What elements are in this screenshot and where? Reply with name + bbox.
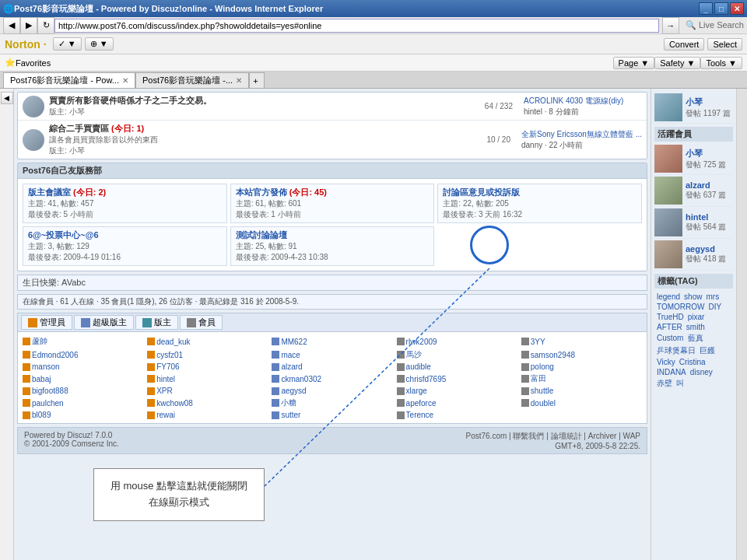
sidebar-member-name-1[interactable]: alzard [686, 180, 726, 190]
safety-button[interactable]: Safety ▼ [654, 57, 700, 69]
tag-diy[interactable]: DIY [709, 303, 722, 311]
member-name[interactable]: aegysd [281, 387, 306, 395]
member-name[interactable]: MM622 [281, 338, 307, 346]
nav-prev-button[interactable]: ◀ [1, 92, 13, 104]
tag-giant[interactable]: 巨鑊 [700, 345, 715, 356]
tag-after[interactable]: AFTER [657, 323, 682, 331]
member-name[interactable]: bl089 [32, 411, 51, 419]
new-tab-button[interactable]: + [249, 72, 265, 88]
select-button[interactable]: Select [707, 38, 742, 51]
maximize-button[interactable]: □ [714, 2, 728, 15]
tag-blue[interactable]: 藍真 [688, 333, 703, 344]
member-name[interactable]: cysfz01 [156, 351, 183, 359]
member-name[interactable]: xlarge [406, 387, 427, 395]
member-name[interactable]: mace [281, 351, 300, 359]
sub-forum-meta-4: 主題: 25, 帖數: 91 [236, 241, 430, 252]
member-name[interactable]: rewai [156, 411, 175, 419]
list-item: dead_kuk [146, 335, 269, 348]
member-name[interactable]: paulchen [32, 399, 64, 408]
sidebar-member-3: aegysd 發帖 418 篇 [654, 239, 733, 271]
tab-0-close[interactable]: ✕ [122, 76, 128, 85]
list-item: apeforce [395, 397, 519, 409]
latest-post-title-0: ACROLINK 4030 電源線(diy) [524, 96, 642, 107]
tag-tomorrow[interactable]: TOMORROW [657, 303, 704, 311]
member-name[interactable]: dead_kuk [156, 338, 190, 346]
member-name[interactable]: 3YY [531, 338, 545, 346]
tag-pixar[interactable]: pixar [688, 313, 705, 321]
tag-pball[interactable]: 乒球煲幕日 [657, 345, 696, 356]
norton-btn2[interactable]: ⊕ ▼ [85, 37, 114, 51]
member-name[interactable]: chrisfd7695 [406, 375, 447, 383]
tag-indana[interactable]: INDANA [657, 368, 686, 376]
tag-custom[interactable]: Custom [657, 334, 683, 342]
sub-forum-2: 討論區意見或投訴版 主題: 22, 帖數: 205 最後發表: 3 天前 16:… [437, 184, 642, 223]
tag-truehd[interactable]: TrueHD [657, 313, 684, 321]
member-name[interactable]: samson2948 [531, 351, 575, 359]
member-name[interactable]: apeforce [406, 399, 437, 408]
member-name[interactable]: 小糖 [281, 397, 296, 408]
tab-1-close[interactable]: ✕ [236, 76, 242, 85]
member-name[interactable]: sutter [281, 411, 300, 419]
list-item: FY706 [146, 362, 269, 372]
tag-cloud: legend show mrs TOMORROW DIY TrueHD pixa… [654, 290, 733, 391]
sidebar-member-name-2[interactable]: hintel [686, 212, 726, 222]
forum-section-buynsell: 買賣所有影音硬件唔係才子之二手之交易。 版主: 小琴 64 / 232 ACRO… [17, 92, 647, 159]
tag-redwall[interactable]: 赤壁 [657, 378, 672, 389]
minimize-button[interactable]: _ [699, 2, 713, 15]
tag-legend[interactable]: legend [657, 292, 680, 301]
member-icon [187, 318, 196, 327]
member-name[interactable]: polong [531, 362, 554, 371]
member-name[interactable]: alzard [281, 362, 302, 371]
page-button[interactable]: Page ▼ [613, 57, 655, 69]
convert-button[interactable]: Convert [664, 38, 705, 51]
smod-icon [81, 318, 90, 327]
member-name[interactable]: manson [32, 362, 60, 371]
forum-section-selfservice: Post76自己友版務部 版主會議室 (今日: 2) 主題: 41, 帖數: 4… [17, 163, 647, 271]
top-member-name[interactable]: 小琴 [686, 96, 731, 108]
tag-cristina[interactable]: Cristina [679, 358, 706, 366]
member-dot [147, 351, 155, 359]
tag-vicky[interactable]: Vicky [657, 358, 675, 366]
member-tab-admin[interactable]: 管理員 [21, 315, 72, 330]
member-name[interactable]: rlwk2009 [406, 338, 437, 346]
tab-0[interactable]: Post76影音玩樂論壇 - Pow... ✕ [3, 72, 135, 88]
vertical-scrollbar[interactable] [736, 89, 747, 560]
member-tab-mod[interactable]: 版主 [135, 315, 178, 330]
member-name[interactable]: Edmond2006 [32, 351, 79, 359]
member-name[interactable]: 馬沙 [406, 349, 422, 360]
sub-forum-meta-2: 主題: 22, 帖數: 205 [443, 198, 637, 209]
member-name[interactable]: 富田 [531, 373, 546, 384]
tag-mrs[interactable]: mrs [707, 292, 720, 301]
tag-smith[interactable]: smith [686, 323, 705, 331]
tag-disney[interactable]: disney [690, 368, 713, 376]
member-name[interactable]: doublel [531, 399, 556, 408]
refresh-button[interactable]: ↻ [37, 17, 54, 34]
sidebar-member-name-0[interactable]: 小琴 [686, 148, 726, 159]
member-name[interactable]: shuttle [531, 387, 553, 395]
member-tab-member[interactable]: 會員 [180, 315, 223, 330]
sidebar-member-name-3[interactable]: aegysd [686, 244, 726, 254]
back-button[interactable]: ◀ [3, 17, 20, 34]
tools-button[interactable]: Tools ▼ [700, 57, 742, 69]
norton-check-button[interactable]: ✓ ▼ [53, 37, 82, 51]
address-input[interactable] [54, 19, 659, 33]
member-name[interactable]: XPR [156, 387, 173, 395]
forward-button[interactable]: ▶ [20, 17, 37, 34]
member-name[interactable]: babaj [32, 375, 51, 383]
member-name[interactable]: audible [406, 362, 431, 371]
member-tab-smod[interactable]: 超級版主 [74, 315, 134, 330]
member-name[interactable]: Terence [406, 411, 434, 419]
member-name[interactable]: kwchow08 [156, 399, 193, 408]
go-button[interactable]: → [662, 17, 679, 34]
tag-show[interactable]: show [684, 292, 702, 301]
list-item: mace [270, 348, 394, 361]
tab-1[interactable]: Post76影音玩樂論壇 -... ✕ [135, 72, 249, 88]
tag-call[interactable]: 叫 [676, 378, 684, 389]
member-name[interactable]: FY706 [156, 362, 179, 371]
sub-forum-last-4: 最後發表: 2009-4-23 10:38 [236, 252, 430, 263]
member-name[interactable]: ckman0302 [281, 375, 321, 383]
close-button[interactable]: ✕ [730, 2, 744, 15]
member-name[interactable]: hintel [156, 375, 175, 383]
member-name[interactable]: bigfoot888 [32, 387, 68, 395]
member-name[interactable]: 蘆帥 [32, 336, 47, 347]
